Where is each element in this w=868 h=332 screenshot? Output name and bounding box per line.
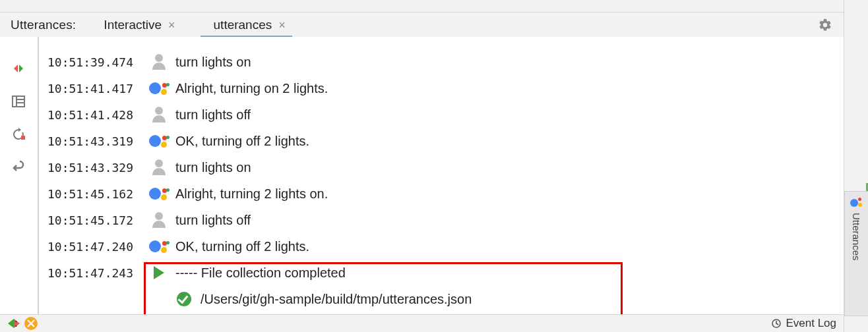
log-row: 10:51:41.428 turn lights off bbox=[44, 101, 838, 128]
tab-utterances[interactable]: utterances × bbox=[201, 13, 292, 38]
log-message: turn lights on bbox=[171, 160, 251, 175]
assistant-avatar-icon bbox=[146, 133, 171, 149]
tool-gutter bbox=[0, 37, 37, 315]
log-row: 10:51:41.417 Alright, turning on 2 light… bbox=[44, 75, 838, 101]
timestamp: 10:51:39.474 bbox=[44, 55, 146, 69]
close-icon[interactable]: × bbox=[278, 18, 286, 32]
log-message: turn lights off bbox=[171, 107, 251, 123]
layout-icon[interactable] bbox=[9, 92, 28, 111]
tab-interactive[interactable]: Interactive × bbox=[90, 13, 181, 38]
check-icon bbox=[146, 292, 197, 306]
outer-strip bbox=[0, 0, 868, 13]
scrollbar[interactable] bbox=[844, 0, 868, 187]
log-row: 10:51:45.172 turn lights off bbox=[44, 207, 838, 233]
log-message: Alright, turning 2 lights on. bbox=[171, 186, 328, 202]
log-message: turn lights on bbox=[171, 55, 251, 70]
tab-label: Interactive bbox=[104, 18, 162, 32]
log-message: ----- File collection completed bbox=[171, 265, 346, 281]
timestamp: 10:51:41.417 bbox=[44, 82, 146, 96]
svg-rect-5 bbox=[21, 136, 25, 140]
panel-title: Utterances: bbox=[0, 18, 90, 32]
user-avatar-icon bbox=[146, 107, 171, 123]
log-row: /Users/git/gh-sample/build/tmp/utterance… bbox=[44, 286, 838, 312]
timestamp: 10:51:43.329 bbox=[44, 161, 146, 175]
user-avatar-icon bbox=[146, 54, 171, 70]
user-avatar-icon bbox=[146, 212, 171, 228]
right-sidebar: Utterances bbox=[844, 0, 868, 332]
log-row: 10:51:47.243 ----- File collection compl… bbox=[44, 260, 838, 286]
assistant-avatar-icon bbox=[146, 186, 171, 202]
sidebar-tab-label: Utterances bbox=[851, 213, 862, 261]
assistant-avatar-icon bbox=[146, 80, 171, 96]
timestamp: 10:51:43.319 bbox=[44, 134, 146, 148]
tab-label: utterances bbox=[214, 18, 272, 32]
assistant-avatar-icon bbox=[146, 238, 171, 254]
close-icon[interactable] bbox=[24, 317, 38, 330]
event-log-label: Event Log bbox=[786, 317, 836, 330]
log-area: 10:51:39.474 turn lights on 10:51:41.417… bbox=[37, 37, 844, 315]
event-log-button[interactable]: Event Log bbox=[771, 317, 836, 330]
timestamp: 10:51:47.240 bbox=[44, 240, 146, 254]
refresh-icon[interactable] bbox=[9, 125, 28, 144]
status-colon: : bbox=[15, 317, 18, 330]
assistant-icon bbox=[850, 197, 863, 209]
log-row: 10:51:43.329 turn lights on bbox=[44, 154, 838, 180]
log-message: Alright, turning on 2 lights. bbox=[171, 81, 328, 96]
timestamp: 10:51:45.172 bbox=[44, 213, 146, 227]
log-message: OK, turning off 2 lights. bbox=[171, 134, 309, 149]
gutter-line bbox=[38, 37, 39, 315]
close-icon[interactable]: × bbox=[168, 18, 175, 32]
undo-icon[interactable] bbox=[9, 158, 28, 177]
log-row: 10:51:39.474 turn lights on bbox=[44, 49, 838, 75]
sidebar-tab-utterances[interactable]: Utterances bbox=[844, 191, 868, 316]
timestamp: 10:51:45.162 bbox=[44, 187, 146, 201]
log-row: 10:51:45.162 Alright, turning 2 lights o… bbox=[44, 180, 838, 207]
play-icon bbox=[146, 266, 171, 279]
timestamp: 10:51:47.243 bbox=[44, 266, 146, 280]
svg-rect-1 bbox=[13, 96, 24, 107]
user-avatar-icon bbox=[146, 159, 171, 175]
log-message: turn lights off bbox=[171, 213, 251, 228]
tab-bar: Utterances: Interactive × utterances × bbox=[0, 13, 868, 38]
log-message: OK, turning off 2 lights. bbox=[171, 239, 309, 254]
timestamp: 10:51:41.428 bbox=[44, 108, 146, 122]
log-row: 10:51:43.319 OK, turning off 2 lights. bbox=[44, 128, 838, 154]
status-bar: : Event Log bbox=[0, 314, 844, 332]
swap-icon[interactable] bbox=[9, 59, 28, 78]
log-row: 10:51:47.240 OK, turning off 2 lights. bbox=[44, 233, 838, 260]
log-message[interactable]: /Users/git/gh-sample/build/tmp/utterance… bbox=[197, 292, 472, 307]
gear-icon[interactable] bbox=[818, 18, 832, 32]
